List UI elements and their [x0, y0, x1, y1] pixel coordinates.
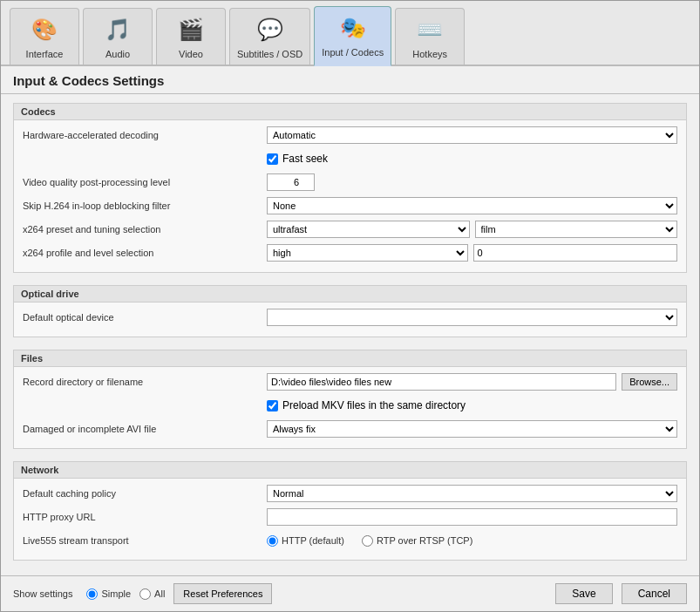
preload-mkv-control: Preload MKV files in the same directory — [267, 399, 677, 411]
live555-rtp-option: RTP over RTSP (TCP) — [362, 535, 472, 547]
codecs-body: Hardware-accelerated decoding Automatic … — [14, 120, 686, 272]
caching-row: Default caching policy Normal Lowest lat… — [23, 484, 677, 503]
skip-h264-control: None Non-ref Bidir Non-key All — [267, 197, 677, 214]
input-icon: 🎭 — [336, 10, 370, 45]
tab-interface-label: Interface — [26, 49, 64, 59]
x264-level-input[interactable] — [473, 244, 678, 262]
record-input-group: Browse... — [267, 373, 677, 391]
record-control: Browse... — [267, 373, 677, 391]
hw-decoding-label: Hardware-accelerated decoding — [23, 130, 267, 140]
codecs-title: Codecs — [14, 104, 686, 120]
quality-control — [267, 173, 677, 191]
caching-select[interactable]: Normal Lowest latency Low latency High l… — [267, 485, 677, 502]
page-title: Input & Codecs Settings — [13, 73, 687, 88]
network-title: Network — [14, 462, 686, 479]
tab-video-label: Video — [179, 49, 203, 59]
x264-profile-row: x264 profile and level selection high ma… — [23, 243, 677, 262]
tab-bar: 🎨 Interface 🎵 Audio 🎬 Video 💬 Subtitles … — [1, 1, 699, 66]
all-radio[interactable] — [139, 588, 151, 600]
record-input[interactable] — [267, 373, 616, 391]
audio-icon: 🎵 — [100, 12, 135, 47]
tab-subtitles[interactable]: 💬 Subtitles / OSD — [229, 8, 310, 65]
live555-row: Live555 stream transport HTTP (default) … — [23, 531, 677, 550]
optical-body: Default optical device — [14, 303, 686, 337]
http-proxy-input[interactable] — [267, 508, 677, 526]
network-section: Network Default caching policy Normal Lo… — [13, 461, 687, 561]
live555-http-radio[interactable] — [267, 535, 278, 547]
http-proxy-label: HTTP proxy URL — [23, 512, 267, 522]
tab-video[interactable]: 🎬 Video — [156, 8, 226, 65]
tab-audio-label: Audio — [105, 49, 130, 59]
files-title: Files — [14, 350, 686, 367]
x264-preset-dual: ultrafast superfast veryfast faster fast… — [267, 221, 677, 238]
x264-profile-label: x264 profile and level selection — [23, 248, 267, 258]
tab-audio[interactable]: 🎵 Audio — [83, 8, 153, 65]
reset-preferences-button[interactable]: Reset Preferences — [173, 583, 272, 604]
show-settings-label: Show settings — [13, 588, 72, 599]
hw-decoding-control: Automatic Disable VDPAU VAAPI DirectX Vi… — [267, 126, 677, 144]
live555-control: HTTP (default) RTP over RTSP (TCP) — [267, 535, 677, 547]
all-option: All — [139, 588, 165, 600]
app-window: 🎨 Interface 🎵 Audio 🎬 Video 💬 Subtitles … — [0, 0, 700, 612]
tab-input-label: Input / Codecs — [322, 47, 384, 58]
tab-hotkeys-label: Hotkeys — [412, 49, 447, 59]
record-label: Record directory or filename — [23, 377, 267, 387]
preload-mkv-label: Preload MKV files in the same directory — [282, 399, 466, 411]
preload-mkv-checkbox[interactable] — [267, 400, 278, 411]
network-body: Default caching policy Normal Lowest lat… — [14, 479, 686, 560]
optical-device-row: Default optical device — [23, 308, 677, 327]
damaged-avi-select[interactable]: Always fix Ask Never fix — [267, 420, 677, 438]
skip-h264-label: Skip H.264 in-loop deblocking filter — [23, 201, 267, 211]
quality-row: Video quality post-processing level — [23, 173, 677, 192]
x264-preset-label: x264 preset and tuning selection — [23, 224, 267, 235]
all-label: All — [154, 588, 165, 599]
hw-decoding-select[interactable]: Automatic Disable VDPAU VAAPI DirectX Vi… — [267, 126, 677, 144]
fast-seek-row: Fast seek — [23, 149, 677, 168]
quality-input[interactable] — [267, 173, 315, 191]
live555-http-label: HTTP (default) — [282, 535, 344, 546]
simple-radio[interactable] — [86, 588, 98, 600]
tab-input[interactable]: 🎭 Input / Codecs — [314, 6, 391, 66]
optical-device-label: Default optical device — [23, 312, 267, 323]
quality-label: Video quality post-processing level — [23, 177, 267, 187]
files-section: Files Record directory or filename Brows… — [13, 350, 687, 449]
skip-h264-row: Skip H.264 in-loop deblocking filter Non… — [23, 196, 677, 215]
x264-profile-select[interactable]: high main baseline — [267, 244, 468, 262]
optical-section: Optical drive Default optical device — [13, 285, 687, 337]
simple-label: Simple — [101, 588, 131, 599]
fast-seek-checkbox[interactable] — [267, 153, 278, 165]
preload-mkv-row: Preload MKV files in the same directory — [23, 396, 677, 415]
http-proxy-row: HTTP proxy URL — [23, 507, 677, 527]
optical-device-control — [267, 309, 677, 326]
main-content: Codecs Hardware-accelerated decoding Aut… — [1, 94, 699, 575]
x264-preset-control: ultrafast superfast veryfast faster fast… — [267, 221, 677, 238]
live555-radio-group: HTTP (default) RTP over RTSP (TCP) — [267, 535, 677, 547]
live555-http-option: HTTP (default) — [267, 535, 344, 547]
fast-seek-label: Fast seek — [282, 153, 328, 165]
x264-preset-select[interactable]: ultrafast superfast veryfast faster fast… — [267, 221, 470, 238]
optical-title: Optical drive — [14, 286, 686, 303]
x264-profile-control: high main baseline — [267, 244, 677, 262]
record-row: Record directory or filename Browse... — [23, 372, 677, 391]
save-button[interactable]: Save — [555, 583, 612, 604]
live555-label: Live555 stream transport — [23, 535, 267, 546]
x264-tuning-select[interactable]: film animation grain stillimage psnr ssi… — [475, 221, 678, 238]
tab-interface[interactable]: 🎨 Interface — [10, 8, 79, 65]
cancel-button[interactable]: Cancel — [622, 583, 687, 604]
http-proxy-control — [267, 508, 677, 526]
damaged-avi-control: Always fix Ask Never fix — [267, 420, 677, 438]
hw-decoding-row: Hardware-accelerated decoding Automatic … — [23, 126, 677, 145]
x264-preset-row: x264 preset and tuning selection ultrafa… — [23, 220, 677, 239]
browse-button[interactable]: Browse... — [622, 373, 677, 391]
skip-h264-select[interactable]: None Non-ref Bidir Non-key All — [267, 197, 677, 214]
optical-device-select[interactable] — [267, 309, 677, 326]
live555-rtp-radio[interactable] — [362, 535, 373, 547]
tab-hotkeys[interactable]: ⌨️ Hotkeys — [395, 8, 465, 65]
files-body: Record directory or filename Browse... P… — [14, 367, 686, 448]
damaged-avi-label: Damaged or incomplete AVI file — [23, 424, 267, 434]
damaged-avi-row: Damaged or incomplete AVI file Always fi… — [23, 419, 677, 439]
caching-control: Normal Lowest latency Low latency High l… — [267, 485, 677, 502]
codecs-section: Codecs Hardware-accelerated decoding Aut… — [13, 103, 687, 273]
interface-icon: 🎨 — [27, 12, 62, 47]
tab-subtitles-label: Subtitles / OSD — [237, 49, 302, 59]
